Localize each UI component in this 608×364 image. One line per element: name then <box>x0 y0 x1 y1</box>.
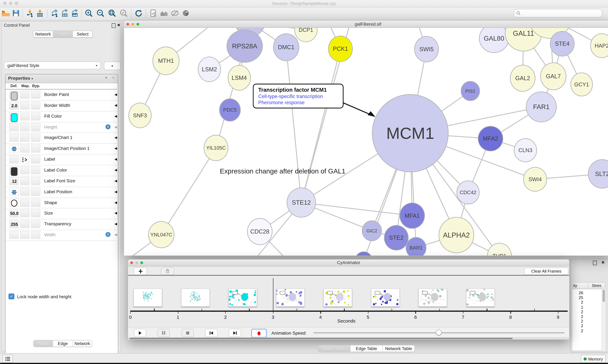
byp-cell[interactable] <box>31 134 40 142</box>
record-button[interactable] <box>251 329 267 338</box>
frame-thumbnail[interactable] <box>371 288 400 307</box>
expand-property-icon[interactable]: ◀ <box>114 211 117 215</box>
zoom-out-button[interactable] <box>96 9 105 18</box>
table-row[interactable]: 2 <box>572 328 583 333</box>
property-row[interactable]: Heighti◀ <box>5 122 117 133</box>
search-input[interactable] <box>521 11 600 16</box>
previous-frame-button[interactable] <box>205 329 218 337</box>
byp-cell[interactable] <box>31 112 40 120</box>
byp-cell[interactable] <box>31 209 40 217</box>
expand-property-icon[interactable]: ◀ <box>114 125 117 129</box>
table-row[interactable]: 2 <box>572 309 583 314</box>
import-table-button[interactable] <box>36 9 45 18</box>
group-nodes-button[interactable] <box>160 9 169 18</box>
cyanimator-timeline[interactable]: Seconds 0123456789 <box>128 276 569 327</box>
expand-property-icon[interactable]: ◀ <box>114 92 117 96</box>
map-cell[interactable] <box>20 123 29 131</box>
def-cell[interactable] <box>9 134 19 142</box>
frame-thumbnail[interactable] <box>133 288 162 307</box>
annotation-link-1[interactable]: Cell-type-specific transcription <box>258 94 339 99</box>
expand-property-icon[interactable]: ◀ <box>114 222 117 226</box>
search-field[interactable] <box>514 9 602 17</box>
table-scrollbar[interactable] <box>602 289 605 351</box>
frame-thumbnail[interactable] <box>228 288 257 307</box>
float-panel-icon[interactable] <box>112 23 115 29</box>
map-cell[interactable] <box>20 101 29 109</box>
def-cell[interactable] <box>9 155 19 163</box>
frame-thumbnail[interactable] <box>181 288 210 307</box>
info-icon[interactable]: i <box>105 232 111 237</box>
tab-select[interactable]: Select <box>73 31 92 37</box>
network-caption[interactable]: Expression change after deletion of GAL1 <box>220 167 345 175</box>
minimize-window-button[interactable] <box>9 1 12 5</box>
open-session-button[interactable] <box>1 9 11 18</box>
network-canvas[interactable]: RPS28AMTH1LSM2DMC1DCP1LSM4PCK1SWI5GAL80G… <box>124 28 608 256</box>
def-cell[interactable] <box>9 91 19 99</box>
def-cell[interactable]: 50.0 <box>9 209 19 217</box>
pause-button[interactable] <box>157 329 170 337</box>
properties-header[interactable]: Properties ▾ » « <box>5 74 118 83</box>
annotation-box[interactable]: Transcription factor MCM1 Cell-type-spec… <box>253 84 344 108</box>
def-cell[interactable] <box>9 198 19 207</box>
close-panel-icon[interactable]: ✖ <box>117 23 121 27</box>
byp-cell[interactable] <box>31 177 40 185</box>
frame-thumbnail[interactable] <box>323 288 352 307</box>
property-row[interactable]: Label Position◀ <box>5 187 117 198</box>
expand-property-icon[interactable]: ◀ <box>114 200 117 204</box>
property-row[interactable]: 12Label Font Size◀ <box>5 176 117 187</box>
byp-cell[interactable] <box>31 155 40 163</box>
play-button[interactable] <box>134 329 146 337</box>
tab-network[interactable]: Network <box>33 31 53 37</box>
scrollbar-thumb[interactable] <box>129 338 513 339</box>
table-row[interactable]: 2 <box>572 314 583 319</box>
property-row[interactable]: Label Color◀ <box>5 165 117 176</box>
byp-cell[interactable] <box>31 101 40 109</box>
expand-property-icon[interactable]: ◀ <box>114 190 117 193</box>
minimize-icon[interactable] <box>135 261 138 264</box>
table-row[interactable]: 25 <box>572 295 583 300</box>
close-table-panel-icon[interactable]: ✖ <box>601 260 605 265</box>
tab-style[interactable]: Style <box>53 31 73 37</box>
map-cell[interactable] <box>20 155 29 163</box>
edge-pck1-ste12[interactable] <box>301 49 340 203</box>
byp-cell[interactable] <box>31 123 40 131</box>
byp-cell[interactable] <box>31 144 40 153</box>
byp-cell[interactable] <box>31 220 40 228</box>
animation-speed-thumb[interactable] <box>436 329 442 335</box>
def-cell[interactable]: 2.0 <box>9 101 19 109</box>
property-row[interactable]: Image/Chart Position 1◀ <box>5 143 117 155</box>
network-window-titlebar[interactable]: galFiltered.sif <box>124 21 608 28</box>
column-stress[interactable]: Stres <box>588 283 605 288</box>
byp-cell[interactable] <box>31 188 40 196</box>
collapse-all-icon[interactable]: « <box>111 77 116 79</box>
show-details-button[interactable] <box>181 9 191 18</box>
style-options-button[interactable]: ▾ <box>104 62 121 70</box>
byp-cell[interactable] <box>31 198 40 207</box>
expand-property-icon[interactable]: ◀ <box>114 104 117 107</box>
property-row[interactable]: 50.0Size◀ <box>5 208 117 219</box>
map-cell[interactable] <box>20 144 29 153</box>
def-cell[interactable] <box>9 112 19 120</box>
map-cell[interactable] <box>20 134 29 142</box>
table-row[interactable]: 2 <box>572 300 583 304</box>
frame-thumbnail[interactable] <box>466 288 495 307</box>
lock-checkbox[interactable]: ✓ <box>9 293 14 299</box>
cyanimator-titlebar[interactable]: CyAnimator <box>128 260 569 266</box>
def-cell[interactable] <box>9 188 19 196</box>
tab-node-table[interactable]: Node Table <box>318 345 351 351</box>
import-network-button[interactable] <box>26 9 35 18</box>
property-row[interactable]: 2.0Border Width◀ <box>5 100 117 111</box>
tab-network[interactable]: Network <box>73 340 92 347</box>
property-row[interactable]: Border Paint◀ <box>5 90 117 101</box>
close-window-button[interactable] <box>3 1 7 5</box>
byp-cell[interactable] <box>31 231 40 239</box>
cyanimator-scrollbar[interactable] <box>128 337 569 340</box>
expand-property-icon[interactable]: ◀ <box>114 136 117 140</box>
map-cell[interactable] <box>20 198 29 207</box>
expand-property-icon[interactable]: ◀ <box>114 168 117 172</box>
memory-button[interactable]: Memory <box>581 355 606 363</box>
map-cell[interactable] <box>20 91 29 99</box>
zoom-window-button[interactable] <box>15 1 18 5</box>
column-ity[interactable]: ity <box>572 283 588 288</box>
edge-ynl047c-yil105c[interactable] <box>161 148 216 235</box>
